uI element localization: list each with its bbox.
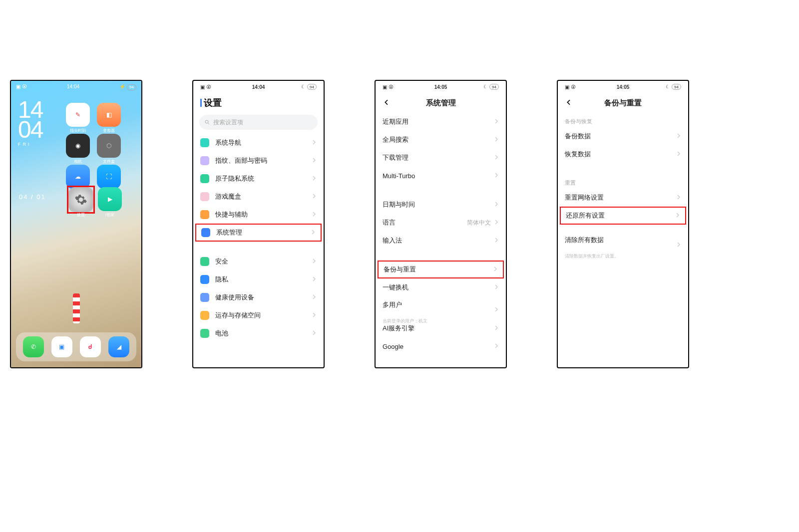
status-bar: ▣ ⦿ 14:04 ⚡ 94 — [11, 84, 141, 90]
row-system-management-highlight[interactable]: 系统管理 — [195, 224, 322, 242]
row-global-search[interactable]: 全局搜索 — [376, 131, 506, 149]
row-label: 清除所有数据 — [565, 236, 604, 245]
chevron-right-icon — [311, 229, 316, 236]
status-left-icons: ▣ ⦿ — [16, 84, 27, 90]
row-clear-all-data[interactable]: 清除所有数据 清除数据并恢复出厂设置。 — [558, 232, 688, 255]
back-button[interactable] — [383, 98, 391, 108]
row-health[interactable]: 健康使用设备 — [193, 288, 324, 306]
section-backup-restore: 备份与恢复 — [558, 113, 688, 127]
status-time: 14:04 — [252, 84, 265, 90]
search-input[interactable]: 搜索设置项 — [199, 115, 318, 130]
row-download-manager[interactable]: 下载管理 — [376, 149, 506, 167]
app-icon-settings[interactable]: 设置 — [68, 187, 93, 212]
screen-home: ▣ ⦿ 14:04 ⚡ 94 14 04 FRI 04 / 01 ✎指尖时刻 ◧… — [10, 80, 142, 368]
svg-line-1 — [208, 123, 210, 125]
lock-icon — [200, 275, 209, 284]
row-label: 还原所有设置 — [566, 211, 605, 220]
row-restore-data[interactable]: 恢复数据 — [558, 145, 688, 163]
shield-icon — [200, 174, 209, 183]
row-oneclick-transfer[interactable]: 一键换机 — [376, 278, 506, 296]
dock-icon-browser[interactable]: ◢ — [108, 336, 129, 357]
status-right-icons: ☾ 94 — [483, 84, 499, 90]
chevron-right-icon — [676, 133, 681, 140]
page-title: 设置 — [200, 97, 222, 109]
dock-icon-phone[interactable]: ✆ — [23, 336, 44, 357]
row-storage[interactable]: 运存与存储空间 — [193, 306, 324, 324]
settings-icon-highlight: 设置 — [67, 186, 95, 214]
row-datetime[interactable]: 日期与时间 — [376, 196, 506, 214]
wallpaper-lighthouse — [73, 293, 80, 323]
chevron-right-icon — [493, 266, 498, 273]
health-icon — [200, 293, 209, 302]
nav-icon — [200, 138, 209, 147]
security-icon — [200, 257, 209, 266]
screen-settings: ▣ ⦿ 14:04 ☾ 94 设置 搜索设置项 系统导航 指纹、面部与密码 — [192, 80, 325, 368]
header: 设置 — [193, 93, 324, 113]
row-label: 指纹、面部与密码 — [215, 156, 267, 165]
row-input-method[interactable]: 输入法 — [376, 232, 506, 250]
app-icon-camera[interactable]: ◉相机 — [66, 134, 90, 158]
status-bar: ▣ ⦿ 14:05 ☾ 94 — [558, 81, 688, 93]
row-system-navigation[interactable]: 系统导航 — [193, 134, 324, 152]
app-icon-transform[interactable]: ◧变形器 — [97, 103, 121, 127]
search-placeholder: 搜索设置项 — [213, 118, 243, 127]
chevron-right-icon — [675, 212, 680, 219]
row-ai-engine[interactable]: AI服务引擎 — [376, 319, 506, 337]
chevron-right-icon — [494, 219, 499, 226]
storage-icon — [200, 311, 209, 320]
row-security[interactable]: 安全 — [193, 253, 324, 270]
row-recent-apps[interactable]: 近期应用 — [376, 113, 506, 131]
status-time: 14:05 — [434, 84, 447, 90]
battery-icon — [200, 329, 209, 338]
app-icon-imanager[interactable]: ▶i管家 — [98, 187, 122, 211]
row-label: 多用户 — [383, 300, 402, 309]
row-privacy[interactable]: 隐私 — [193, 270, 324, 288]
row-label: AI服务引擎 — [383, 324, 414, 333]
app-icon-clock[interactable]: ✎指尖时刻 — [66, 103, 90, 127]
row-value: 简体中文 — [467, 219, 491, 227]
row-multiuser[interactable]: 多用户 当前登录的用户：机主 — [376, 296, 506, 319]
chevron-right-icon — [312, 175, 317, 182]
status-right-icons: ☾ 94 — [301, 84, 317, 90]
row-label: 快捷与辅助 — [215, 210, 248, 219]
chevron-right-icon — [312, 330, 317, 337]
row-gamebox[interactable]: 游戏魔盒 — [193, 188, 324, 206]
row-language[interactable]: 语言简体中文 — [376, 214, 506, 232]
chevron-right-icon — [494, 284, 499, 291]
chevron-right-icon — [676, 151, 681, 158]
status-battery: ⚡ 94 — [119, 84, 136, 90]
row-battery[interactable]: 电池 — [193, 324, 324, 342]
chevron-right-icon — [494, 154, 499, 161]
row-label: 语言 — [383, 218, 396, 227]
row-reset-all-highlight[interactable]: 还原所有设置 — [560, 207, 686, 225]
chevron-right-icon — [494, 118, 499, 125]
clock-widget[interactable]: 14 04 FRI — [18, 100, 42, 147]
status-bar: ▣ ⦿ 14:04 ☾ 94 — [193, 81, 324, 93]
row-label: 游戏魔盒 — [215, 192, 241, 201]
app-icon-weather[interactable]: ☁天气 — [66, 165, 90, 189]
header: 系统管理 — [376, 93, 506, 113]
dock-icon-messages[interactable]: ▣ — [51, 336, 72, 357]
app-icon-filebox[interactable]: ⬡文件盒 — [97, 134, 121, 158]
dock-icon-music[interactable]: ᑯ — [80, 336, 101, 357]
app-icon-appstore[interactable]: ⛶应用商店 — [97, 165, 121, 189]
row-biometric[interactable]: 指纹、面部与密码 — [193, 152, 324, 170]
search-icon — [204, 119, 210, 125]
chevron-right-icon — [494, 136, 499, 143]
row-atom-privacy[interactable]: 原子隐私系统 — [193, 170, 324, 188]
chevron-right-icon — [676, 194, 681, 201]
row-shortcut[interactable]: 快捷与辅助 — [193, 206, 324, 224]
row-backup-reset-highlight[interactable]: 备份与重置 — [378, 261, 504, 278]
back-button[interactable] — [565, 98, 573, 108]
row-google[interactable]: Google — [376, 337, 506, 355]
date-widget[interactable]: 04 / 01 — [19, 193, 46, 201]
page-title: 系统管理 — [426, 98, 456, 108]
row-reset-network[interactable]: 重置网络设置 — [558, 189, 688, 207]
fingerprint-icon — [200, 156, 209, 165]
row-label: Multi-Turbo — [383, 172, 415, 180]
row-multi-turbo[interactable]: Multi-Turbo — [376, 167, 506, 185]
chevron-right-icon — [312, 211, 317, 218]
row-label: 电池 — [215, 329, 228, 338]
row-label: 一键换机 — [383, 283, 408, 292]
row-backup-data[interactable]: 备份数据 — [558, 127, 688, 145]
